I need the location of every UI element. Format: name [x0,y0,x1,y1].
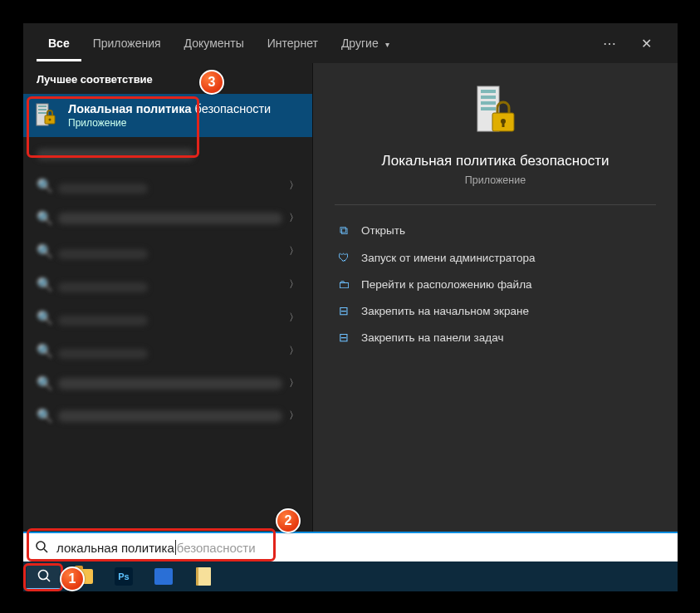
web-result[interactable]: 🔍 〉 [23,169,312,202]
tab-other[interactable]: Другие ▾ [330,25,401,61]
search-tabs: Все Приложения Документы Интернет Другие… [23,23,678,63]
blurred-text [58,410,282,422]
details-type: Приложение [313,174,678,186]
action-pin-start[interactable]: ⊟ Закрепить на начальном экране [328,297,663,324]
taskbar-photoshop[interactable]: Ps [106,563,141,590]
tab-all[interactable]: Все [37,25,81,61]
svg-rect-1 [38,105,47,107]
app-large-icon [466,81,526,141]
svg-point-16 [39,571,48,580]
action-location-label: Перейти к расположению файла [361,278,532,291]
search-icon: 🔍 [37,277,50,292]
taskbar: Ps [23,562,678,591]
open-icon: ⧉ [336,223,351,238]
search-icon: 🔍 [37,408,50,424]
chevron-right-icon: 〉 [289,376,299,390]
blurred-text [58,282,148,292]
action-open-location[interactable]: 🗀 Перейти к расположению файла [328,271,663,297]
taskbar-notes[interactable] [186,563,221,590]
svg-rect-2 [38,109,47,110]
search-icon [35,540,48,556]
chevron-right-icon: 〉 [289,277,299,292]
photoshop-icon: Ps [115,567,133,586]
pin-icon: ⊟ [336,331,351,344]
svg-line-15 [44,549,47,552]
tab-apps[interactable]: Приложения [81,25,173,61]
more-button[interactable]: ⋯ [591,25,628,61]
blurred-text [58,378,282,390]
action-runas-label: Запуск от имени администратора [361,252,536,264]
tab-docs[interactable]: Документы [173,25,256,61]
tab-other-label: Другие [341,37,379,50]
svg-rect-8 [481,96,496,99]
chevron-right-icon: 〉 [289,344,299,358]
pin-icon: ⊟ [336,304,351,317]
action-open[interactable]: ⧉ Открыть [328,217,663,244]
search-icon: 🔍 [37,310,50,326]
search-icon: 🔍 [37,178,50,194]
note-icon [196,567,211,586]
svg-rect-10 [481,107,496,110]
web-results-heading [23,137,312,169]
search-icon: 🔍 [37,375,50,391]
blurred-text [58,213,282,224]
web-result[interactable]: 🔍 〉 [23,267,312,301]
svg-rect-3 [38,112,47,114]
taskbar-explorer[interactable] [66,563,101,590]
details-pane: Локальная политика безопасности Приложен… [312,63,678,562]
action-list: ⧉ Открыть 🛡 Запуск от имени администрато… [313,217,678,351]
svg-rect-9 [481,101,496,105]
action-run-as-admin[interactable]: 🛡 Запуск от имени администратора [328,244,663,271]
text-cursor [175,540,176,555]
web-result[interactable]: 🔍 〉 [23,400,312,432]
app-icon [154,568,173,585]
search-icon: 🔍 [37,343,50,359]
search-icon: 🔍 [37,210,50,226]
tab-internet[interactable]: Интернет [256,25,330,61]
taskbar-app[interactable] [146,563,181,590]
security-policy-icon [35,102,56,129]
web-result[interactable]: 🔍 〉 [23,301,312,334]
web-result[interactable]: 🔍 〉 [23,334,312,367]
web-result[interactable]: 🔍 〉 [23,202,312,234]
svg-point-14 [37,542,45,550]
web-result[interactable]: 🔍 〉 [23,367,312,400]
search-input[interactable]: локальная политика безопасности [23,532,678,562]
search-panel: Все Приложения Документы Интернет Другие… [23,23,678,562]
search-icon: 🔍 [37,243,50,259]
action-pin-taskbar[interactable]: ⊟ Закрепить на панели задач [328,324,663,351]
blurred-text [58,184,148,194]
close-button[interactable]: ✕ [628,25,664,61]
folder-icon: 🗀 [336,277,351,291]
chevron-right-icon: 〉 [289,244,299,258]
divider [335,204,656,205]
taskbar-search-button[interactable] [27,563,61,590]
svg-rect-13 [502,122,504,127]
chevron-right-icon: 〉 [289,211,299,225]
best-match-heading: Лучшее соответствие [23,63,312,94]
chevron-right-icon: 〉 [289,311,299,325]
svg-point-5 [49,119,51,121]
best-match-result[interactable]: Локальная политика безопасности Приложен… [23,94,312,137]
action-pin-taskbar-label: Закрепить на панели задач [361,331,503,344]
search-typed-text: локальная политика [56,541,174,555]
chevron-right-icon: 〉 [289,409,299,423]
details-title: Локальная политика безопасности [313,153,678,169]
admin-icon: 🛡 [336,251,351,264]
web-result[interactable]: 🔍 〉 [23,234,312,267]
chevron-right-icon: 〉 [289,179,299,193]
best-match-title-strong: Локальная политика [68,102,192,115]
blurred-text [37,149,194,160]
search-body: Лучшее соответствие Локальная [23,63,678,562]
best-match-type: Приложение [68,117,271,129]
blurred-text [58,249,148,259]
action-pin-start-label: Закрепить на начальном экране [361,305,529,317]
blurred-text [58,316,148,326]
action-open-label: Открыть [361,224,405,237]
explorer-icon [75,569,93,584]
best-match-title: Локальная политика безопасности [68,102,271,115]
blurred-text [58,349,148,359]
svg-line-17 [47,578,50,581]
best-match-title-rest: безопасности [195,102,272,115]
svg-rect-7 [481,90,496,93]
